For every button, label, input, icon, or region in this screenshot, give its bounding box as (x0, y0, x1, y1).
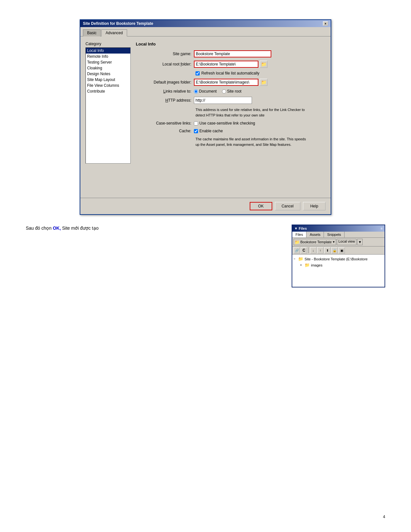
local-root-folder-row: Local root folder: 📁 (136, 61, 326, 68)
cache-label: Cache: (136, 129, 194, 133)
tab-advanced[interactable]: Advanced (101, 29, 127, 36)
site-name-row: Site name: (136, 50, 326, 57)
site-select-dropdown[interactable]: 📁 Bookstore Template ▼ (294, 239, 336, 245)
http-info-text: This address is used for site relative l… (195, 107, 308, 118)
site-select-arrow-icon: ▼ (332, 240, 335, 244)
toolbar-separator-1 (308, 247, 309, 253)
dialog-body: Category Local Info Remote Info Testing … (80, 36, 331, 198)
category-item-remote-info[interactable]: Remote Info (86, 54, 130, 59)
cancel-button[interactable]: Cancel (275, 202, 300, 210)
category-label: Category (85, 42, 131, 46)
tree-item-images[interactable]: + 📁 images (300, 262, 383, 268)
cache-checkbox-label: Enable cache (199, 129, 223, 133)
site-definition-dialog: Site Definition for Bookstore Template ×… (80, 19, 331, 215)
tree-expand-images-icon: + (300, 263, 303, 267)
tab-basic[interactable]: Basic (83, 29, 101, 36)
tab-assets[interactable]: Assets (306, 232, 324, 237)
tab-snippets[interactable]: Snippets (324, 232, 345, 237)
site-folder-icon: 📁 (298, 256, 303, 261)
category-item-contribute[interactable]: Contribute (86, 88, 130, 94)
refresh-checkbox[interactable] (195, 71, 200, 75)
dialog-footer: OK Cancel Help (80, 198, 331, 214)
category-panel: Category Local Info Remote Info Testing … (85, 42, 131, 193)
links-relative-label: Links relative to: (136, 89, 194, 94)
site-name-input[interactable] (194, 50, 271, 57)
files-icon-toolbar: 🔗 C ↓ ↑ ⬆ 🔒 ▣ (292, 246, 385, 255)
category-list: Local Info Remote Info Testing Server Cl… (85, 47, 131, 164)
files-tabs: Files Assets Snippets (292, 232, 385, 238)
images-folder-label: images (311, 263, 322, 267)
site-name-input-wrap (194, 50, 326, 57)
dialog-tabs: Basic Advanced (80, 27, 331, 36)
tab-files[interactable]: Files (292, 232, 306, 237)
check-in-icon[interactable]: 🔒 (331, 247, 338, 254)
case-sensitive-row: Case-sensitive links: Use case-sensitive… (136, 121, 326, 125)
case-sensitive-input-wrap: Use case-sensitive link checking (194, 121, 326, 125)
local-view-button[interactable]: Local view (337, 239, 356, 245)
files-panel: ▼ Files ≡ Files Assets Snippets 📁 (292, 225, 385, 287)
links-relative-options: Document Site root (194, 89, 241, 94)
refresh-checkbox-row: Refresh local file list automatically (195, 71, 326, 75)
default-images-folder-input[interactable] (194, 79, 258, 86)
close-icon[interactable]: × (323, 21, 328, 26)
ok-button[interactable]: OK (250, 202, 272, 210)
radio-siteroot[interactable]: Site root (222, 89, 242, 94)
category-item-file-view-columns[interactable]: File View Columns (86, 83, 130, 88)
site-select-text: Bookstore Template (300, 240, 332, 244)
http-address-row: HTTP address: (136, 97, 326, 104)
cache-checkbox[interactable] (194, 129, 198, 133)
check-out-icon[interactable]: ⬆ (324, 247, 331, 254)
dialog-titlebar: Site Definition for Bookstore Template × (80, 20, 331, 27)
refresh-icon[interactable]: C (301, 247, 307, 254)
local-root-folder-browse-button[interactable]: 📁 (260, 61, 267, 68)
category-item-cloaking[interactable]: Cloaking (86, 65, 130, 71)
local-root-folder-label: Local root folder: (136, 62, 194, 66)
files-panel-title: ▼ Files (294, 226, 307, 230)
category-item-testing-server[interactable]: Testing Server (86, 59, 130, 65)
case-sensitive-checkbox-label: Use case-sensitive link checking (199, 121, 255, 125)
category-item-design-notes[interactable]: Design Notes (86, 71, 130, 77)
default-images-folder-row: Default images folder: 📁 (136, 79, 326, 86)
radio-document-input[interactable] (194, 89, 198, 94)
help-button[interactable]: Help (303, 202, 326, 210)
radio-siteroot-input[interactable] (222, 89, 226, 94)
dialog-title: Site Definition for Bookstore Template (83, 21, 153, 26)
http-address-label: HTTP address: (136, 98, 194, 103)
expand-icon[interactable]: ▣ (338, 247, 345, 254)
default-images-folder-label: Default images folder: (136, 80, 194, 85)
refresh-checkbox-label: Refresh local file list automatically (201, 71, 259, 75)
cache-info-text: The cache maintains file and asset infor… (195, 136, 308, 147)
files-titlebar: ▼ Files ≡ (292, 225, 385, 232)
cache-row: Cache: Enable cache (136, 129, 326, 133)
radio-document[interactable]: Document (194, 89, 217, 94)
tree-expand-icon: − (294, 257, 297, 261)
files-toolbar: 📁 Bookstore Template ▼ Local view ▼ (292, 238, 385, 246)
category-item-local-info[interactable]: Local Info (86, 48, 130, 54)
site-folder-label: Site - Bookstore Template (E:\Bookstore (305, 257, 367, 261)
files-menu-icon[interactable]: ≡ (381, 226, 383, 230)
local-view-arrow[interactable]: ▼ (357, 239, 363, 245)
case-sensitive-label: Case-sensitive links: (136, 121, 194, 125)
local-root-folder-input-wrap: 📁 (194, 61, 326, 68)
put-files-icon[interactable]: ↑ (317, 247, 324, 254)
instruction-text: Sau đó chọn OK, Site mới được tạo (26, 225, 276, 232)
page-number: 4 (383, 515, 385, 519)
images-folder-icon: 📁 (305, 263, 310, 267)
files-tree: − 📁 Site - Bookstore Template (E:\Bookst… (292, 255, 385, 287)
ok-emphasis: OK, (53, 226, 61, 231)
default-images-browse-button[interactable]: 📁 (260, 79, 267, 86)
content-panel: Local Info Site name: Local root folder: (136, 42, 326, 193)
case-sensitive-checkbox[interactable] (194, 121, 198, 125)
site-name-label: Site name: (136, 52, 194, 56)
tree-item-site[interactable]: − 📁 Site - Bookstore Template (E:\Bookst… (294, 256, 383, 262)
get-files-icon[interactable]: ↓ (310, 247, 316, 254)
cache-input-wrap: Enable cache (194, 129, 326, 133)
http-address-input-wrap (194, 97, 326, 104)
local-root-folder-input[interactable] (194, 61, 258, 68)
http-address-input[interactable] (194, 97, 252, 104)
connect-icon[interactable]: 🔗 (294, 247, 300, 254)
section-title: Local Info (136, 42, 326, 46)
links-relative-row: Links relative to: Document Site root (136, 89, 326, 94)
category-item-site-map-layout[interactable]: Site Map Layout (86, 77, 130, 83)
default-images-folder-input-wrap: 📁 (194, 79, 326, 86)
